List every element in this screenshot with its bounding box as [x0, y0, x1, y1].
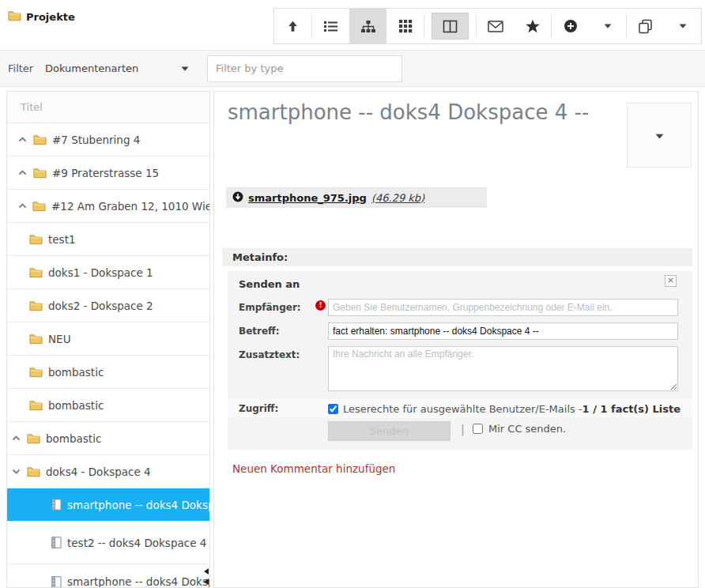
close-icon[interactable]: ×	[665, 275, 677, 287]
tree-item-label: doks2 - Dokspace 2	[48, 300, 153, 312]
tree-item[interactable]: smartphone -- doks4 Dokspace 4 --	[7, 488, 209, 522]
chevron-up-icon	[12, 435, 21, 441]
chevron-up-icon	[18, 170, 28, 175]
toolbar-button-list[interactable]	[312, 9, 349, 43]
document-detail-panel: smartphone -- doks4 Dokspace 4 -- smartp…	[213, 91, 699, 588]
tree-scrollbar[interactable]	[202, 564, 209, 587]
required-icon: !	[315, 300, 326, 311]
tree-item-label: #7 Stubenring 4	[52, 134, 140, 146]
tree-item-label: bombastic	[48, 399, 104, 412]
metainfo-header: Metainfo:	[222, 248, 692, 266]
tree-item-label: doks4 - Dokspace 4	[46, 466, 151, 478]
folder-icon	[27, 466, 40, 477]
tree-item-label: doks1 - Dokspace 1	[48, 266, 153, 279]
chevron-up-icon	[18, 203, 27, 209]
filter-label: Filter	[8, 62, 45, 74]
send-to-title: Senden an	[228, 271, 692, 290]
toolbar-button-sitemap[interactable]	[349, 9, 386, 43]
folder-icon	[8, 10, 21, 24]
tree-header: Titel	[7, 92, 209, 123]
document-actions-dropdown[interactable]	[627, 103, 692, 168]
access-row: Zugriff: Leserechte für ausgewählte Benu…	[228, 399, 692, 418]
document-title: smartphone -- doks4 Dokspace 4 --	[228, 100, 589, 124]
tree-item[interactable]: #12 Am Graben 12, 1010 Wien	[7, 190, 209, 223]
add-comment-link[interactable]: Neuen Kommentar hinzufügen	[232, 462, 395, 475]
tree-item[interactable]: test2 -- doks4 Dokspace 4 --	[7, 522, 209, 564]
toolbar-button-caret-down[interactable]	[664, 9, 701, 43]
tree-item-label: test1	[48, 233, 76, 246]
tree-item-label: bombastic	[46, 432, 101, 445]
filter-by-type-input[interactable]	[207, 55, 402, 82]
toolbar-button-copy[interactable]	[627, 9, 664, 43]
toolbar-button-grid[interactable]	[386, 9, 424, 43]
sitemap-icon	[360, 20, 376, 33]
tree-item[interactable]: doks2 - Dokspace 2	[7, 289, 209, 322]
star-icon	[525, 19, 541, 34]
folder-icon	[29, 267, 43, 278]
tree-item-label: test2 -- doks4 Dokspace 4 --	[67, 537, 209, 549]
app-title: Projekte	[8, 10, 75, 24]
tree-item-label: #9 Praterstrasse 15	[52, 167, 159, 179]
document-icon	[51, 499, 62, 511]
access-checkbox[interactable]	[328, 404, 338, 414]
tree-item[interactable]: test1	[7, 223, 209, 256]
grid-icon	[398, 19, 413, 33]
folder-icon	[27, 433, 40, 444]
tree-item[interactable]: doks4 - Dokspace 4	[7, 455, 209, 488]
cc-row: Mir CC senden.	[473, 423, 566, 435]
attachment-filename: smartphone_975.jpg	[248, 192, 367, 204]
access-count-text: 1 / 1 fact(s) Liste	[582, 403, 680, 415]
attachment-download-link[interactable]: smartphone_975.jpg (46.29 kb)	[226, 187, 487, 208]
recipient-input[interactable]	[328, 299, 678, 316]
tree-item[interactable]: smartphone -- doks4 Dokspace 4 --	[7, 564, 209, 588]
folder-icon	[29, 367, 43, 378]
message-textarea[interactable]	[328, 346, 678, 391]
mail-icon	[488, 21, 503, 32]
toolbar-button-star[interactable]	[514, 9, 551, 43]
caret-down-icon	[180, 62, 190, 74]
folder-icon	[29, 400, 43, 411]
folder-icon	[32, 201, 46, 212]
tree-item-label: smartphone -- doks4 Dokspace 4 --	[67, 575, 209, 588]
toolbar-button-mail[interactable]	[477, 9, 514, 43]
folder-icon	[29, 300, 43, 311]
send-button[interactable]: Senden	[328, 421, 451, 441]
chevron-down-icon	[12, 469, 21, 474]
subject-label: Betreff:	[239, 326, 280, 337]
tree-item-label: #12 Am Graben 12, 1010 Wien	[51, 200, 209, 213]
tree-item[interactable]: #9 Praterstrasse 15	[7, 156, 209, 190]
document-type-dropdown[interactable]: Dokumentenarten	[45, 62, 190, 74]
cc-label: Mir CC senden.	[488, 423, 566, 435]
access-text: Leserechte für ausgewählte Benutzer/E-Ma…	[343, 403, 582, 415]
document-icon	[51, 576, 62, 588]
toolbar-button-caret-down[interactable]	[589, 9, 626, 43]
access-label: Zugriff:	[239, 403, 315, 414]
toolbar-separator	[424, 14, 424, 38]
toolbar-button-plus-circle[interactable]	[552, 9, 589, 43]
toolbar-button-columns[interactable]	[432, 13, 469, 40]
tree-item[interactable]: bombastic	[7, 422, 209, 455]
tree-item[interactable]: doks1 - Dokspace 1	[7, 256, 209, 289]
tree-item[interactable]: bombastic	[7, 389, 209, 422]
folder-icon	[33, 168, 47, 179]
attachment-filesize: (46.29 kb)	[371, 192, 424, 204]
tree-item[interactable]: NEU	[7, 322, 209, 356]
tree-panel: Titel #7 Stubenring 4 #9 Praterstrasse 1…	[6, 91, 210, 588]
list-icon	[323, 20, 338, 33]
folder-icon	[29, 234, 43, 245]
toolbar-button-arrow-up[interactable]	[274, 9, 311, 43]
arrow-up-icon	[285, 19, 300, 34]
app-title-label: Projekte	[26, 11, 75, 23]
copy-icon	[638, 19, 653, 34]
send-to-panel: Senden an × Empfänger: ! Betreff: Zusatz…	[228, 271, 692, 450]
columns-icon	[443, 20, 458, 33]
subject-input[interactable]	[328, 322, 678, 340]
document-icon	[51, 537, 62, 548]
tree-item-label: bombastic	[48, 366, 104, 379]
tree-item[interactable]: #7 Stubenring 4	[7, 123, 209, 156]
cc-checkbox[interactable]	[473, 424, 483, 434]
folder-icon	[33, 134, 47, 145]
folder-icon	[29, 334, 43, 345]
download-icon	[232, 191, 243, 205]
tree-item[interactable]: bombastic	[7, 356, 209, 389]
